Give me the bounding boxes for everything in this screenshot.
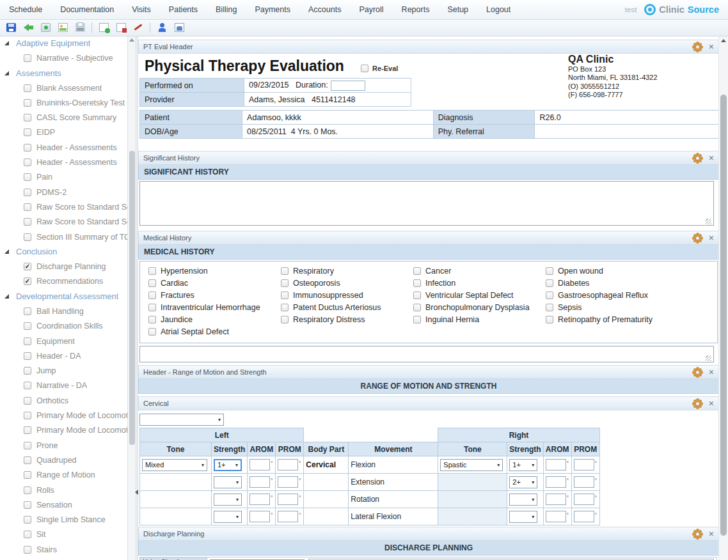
toolbar-save-button[interactable] [5, 22, 17, 33]
medical-history-checkbox-open-wound[interactable] [546, 267, 553, 275]
medical-history-checkbox-gastroesophageal-reflux[interactable] [546, 292, 553, 299]
sidebar-item-header-assessments[interactable]: Header - Assessments [0, 155, 127, 169]
medical-history-checkbox-sepsis[interactable] [546, 304, 553, 311]
left-arom-input[interactable] [249, 476, 270, 488]
medical-history-checkbox-atrial-septal-defect[interactable] [148, 328, 156, 336]
toolbar-back-button[interactable] [22, 22, 34, 33]
medical-history-item-intraventricular-hemorrhage[interactable]: Intraventricular Hemorrhage [148, 302, 281, 313]
medical-history-item-patent-ductus-arteriosus[interactable]: Patent Ductus Arteriosus [281, 302, 413, 313]
medical-history-item-inguinal-hernia[interactable]: Inguinal Hernia [413, 315, 546, 325]
sidebar-item-narrative-subjective[interactable]: Narrative - Subjective [0, 51, 127, 65]
sidebar-item-recommendations[interactable]: ✓Recommendations [0, 274, 127, 289]
cervical-template-select[interactable]: ▾ [139, 414, 224, 426]
sidebar-checkbox-jump[interactable] [24, 367, 31, 375]
medical-history-item-sepsis[interactable]: Sepsis [546, 302, 717, 313]
toolbar-export-image-button[interactable] [57, 22, 68, 33]
close-icon[interactable]: × [709, 368, 714, 377]
medical-history-notes-input[interactable] [139, 346, 714, 362]
sidebar-item-casl-score-summary[interactable]: CASL Score Summary [0, 110, 127, 125]
close-icon[interactable]: × [709, 153, 714, 162]
scroll-up-icon[interactable] [721, 39, 726, 42]
close-icon[interactable]: × [709, 399, 714, 408]
toolbar-patient-photo-button[interactable] [173, 22, 185, 33]
sidebar-checkbox-raw-score-to-standard-sco[interactable] [24, 203, 31, 211]
sidebar-scroll-thumb[interactable] [129, 151, 135, 445]
sidebar-item-ball-handling[interactable]: Ball Handling [0, 304, 127, 318]
sidebar-item-rolls[interactable]: Rolls [0, 483, 127, 497]
right-strength-select[interactable]: 1+▾ [509, 459, 537, 471]
menu-payments[interactable]: Payments [246, 5, 299, 14]
medical-history-item-infection[interactable]: Infection [413, 278, 546, 288]
sidebar-item-eidp[interactable]: EIDP [0, 125, 127, 140]
left-tone-select[interactable]: Mixed▾ [142, 459, 207, 471]
sidebar-item-raw-score-to-standard-sco[interactable]: Raw Score to Standard Sco [0, 199, 127, 214]
right-arom-input[interactable] [546, 494, 566, 505]
medical-history-item-cardiac[interactable]: Cardiac [148, 278, 281, 288]
gear-icon[interactable] [694, 531, 701, 538]
gear-icon[interactable] [694, 400, 701, 407]
left-arom-input[interactable] [249, 459, 270, 471]
sidebar-checkbox-header-assessments[interactable] [24, 144, 31, 152]
close-icon[interactable]: × [709, 42, 714, 51]
sidebar-item-pdms-2[interactable]: PDMS-2 [0, 185, 127, 199]
sidebar-item-blank-assessment[interactable]: Blank Assessment [0, 81, 127, 95]
menu-documentation[interactable]: Documentation [51, 5, 123, 14]
left-prom-input[interactable] [278, 494, 298, 505]
gear-icon[interactable] [694, 369, 701, 376]
sidebar-checkbox-raw-score-to-standard-sco[interactable] [24, 218, 31, 226]
sidebar-checkbox-discharge-planning[interactable]: ✓ [24, 263, 31, 270]
sidebar-checkbox-recommendations[interactable]: ✓ [24, 277, 31, 285]
sidebar-item-developmental-assessment[interactable]: Developmental Assessment [0, 289, 127, 304]
sidebar-item-stairs[interactable]: Stairs [0, 542, 127, 557]
medical-history-item-diabetes[interactable]: Diabetes [546, 278, 717, 288]
sidebar-item-range-of-motion[interactable]: Range of Motion [0, 468, 127, 483]
medical-history-item-immunosuppressed[interactable]: Immunosuppressed [281, 290, 413, 300]
sidebar-item-primary-mode-of-locomoti[interactable]: Primary Mode of Locomoti [0, 423, 127, 438]
sidebar-item-section-iii-summary-of-tof[interactable]: Section III Summary of TOF [0, 229, 127, 244]
medical-history-checkbox-jaundice[interactable] [148, 316, 156, 323]
right-prom-input[interactable] [574, 511, 594, 522]
expand-triangle-icon[interactable] [4, 41, 9, 45]
sidebar-checkbox-stairs[interactable] [24, 546, 31, 554]
medical-history-item-ventricular-septal-defect[interactable]: Ventricular Septal Defect [413, 290, 546, 300]
menu-accounts[interactable]: Accounts [299, 5, 350, 14]
sidebar-checkbox-header-assessments[interactable] [24, 159, 31, 166]
sidebar-item-conclusion[interactable]: Conclusion [0, 244, 127, 259]
medical-history-checkbox-cancer[interactable] [413, 267, 421, 275]
right-prom-input[interactable] [574, 476, 594, 488]
sidebar-checkbox-blank-assessment[interactable] [24, 84, 31, 92]
sidebar-checkbox-quadruped[interactable] [24, 456, 31, 464]
sidebar-item-assesments[interactable]: Assesments [0, 66, 127, 81]
medical-history-checkbox-hypertension[interactable] [148, 267, 156, 275]
sidebar-item-pain[interactable]: Pain [0, 170, 127, 185]
menu-patients[interactable]: Patients [160, 5, 207, 14]
expand-triangle-icon[interactable] [4, 71, 9, 75]
significant-history-textarea[interactable] [139, 181, 714, 226]
sidebar-checkbox-orthotics[interactable] [24, 397, 31, 405]
sidebar-checkbox-prone[interactable] [24, 442, 31, 449]
left-arom-input[interactable] [249, 511, 270, 522]
sidebar-item-sensation[interactable]: Sensation [0, 497, 127, 512]
menu-payroll[interactable]: Payroll [350, 5, 392, 14]
medical-history-item-open-wound[interactable]: Open wound [546, 266, 717, 276]
menu-billing[interactable]: Billing [207, 5, 246, 14]
sidebar-checkbox-eidp[interactable] [24, 128, 31, 136]
left-prom-input[interactable] [278, 511, 298, 522]
sidebar-checkbox-equipment[interactable] [24, 338, 31, 345]
gear-icon[interactable] [694, 155, 701, 162]
close-icon[interactable]: × [709, 233, 714, 242]
sidebar-checkbox-primary-mode-of-locomoti[interactable] [24, 426, 31, 434]
menu-logout[interactable]: Logout [477, 5, 519, 14]
sidebar-item-quadruped[interactable]: Quadruped [0, 453, 127, 467]
sidebar-checkbox-coordination-skills[interactable] [24, 322, 31, 330]
medical-history-checkbox-diabetes[interactable] [546, 279, 553, 287]
sidebar-item-narrative-da[interactable]: Narrative - DA [0, 378, 127, 393]
resize-handle-icon[interactable] [706, 355, 711, 361]
medical-history-item-bronchopulmonary-dysplasia[interactable]: Bronchopulmonary Dysplasia [413, 302, 546, 313]
sidebar-checkbox-sensation[interactable] [24, 501, 31, 509]
medical-history-checkbox-osteoporosis[interactable] [281, 279, 289, 287]
sidebar-item-equipment[interactable]: Equipment [0, 334, 127, 348]
medical-history-checkbox-fractures[interactable] [148, 292, 156, 299]
left-strength-select[interactable]: 1+▾ [214, 459, 242, 471]
medical-history-checkbox-intraventricular-hemorrhage[interactable] [148, 304, 156, 311]
